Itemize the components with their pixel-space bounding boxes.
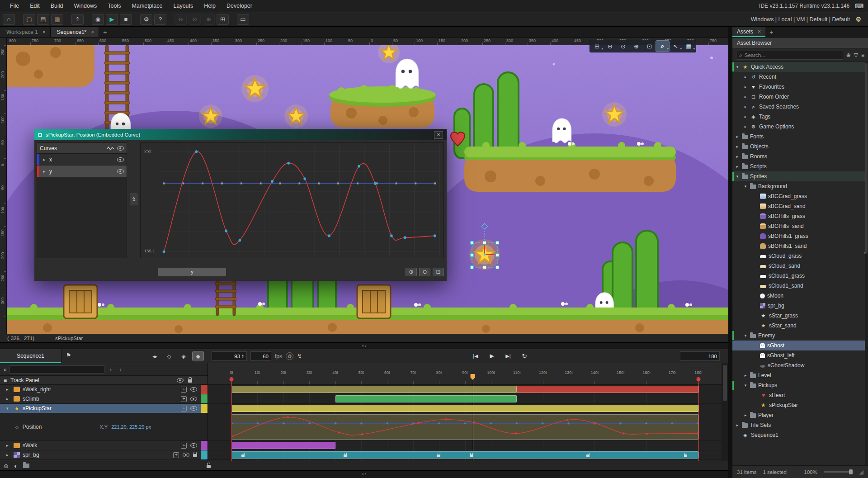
zoom-fit-icon[interactable]: ⊡ xyxy=(433,268,444,276)
prev-result-icon[interactable]: ‹ xyxy=(107,366,114,373)
tree-expander-icon[interactable] xyxy=(743,104,748,109)
add-tab-button[interactable]: + xyxy=(765,27,777,37)
timeline-bar[interactable] xyxy=(517,386,698,393)
region-end-marker[interactable] xyxy=(697,377,701,381)
add-parameter-button[interactable] xyxy=(181,396,187,402)
asset-tree-item[interactable]: sPickupStar xyxy=(732,400,868,410)
curve-graph-area[interactable]: 252 155.1 xyxy=(140,142,444,258)
sequence-tool-icon[interactable] xyxy=(164,351,175,361)
timeline-bar[interactable] xyxy=(231,442,335,449)
keyframe-icon[interactable]: ◇ xyxy=(15,425,19,430)
add-parameter-button[interactable] xyxy=(181,406,187,412)
position-curve[interactable] xyxy=(232,415,698,439)
add-asset-icon[interactable]: ⊕ xyxy=(846,52,851,58)
curve-editor-window[interactable]: sPickupStar: Position (Embedded Curve) ×… xyxy=(34,129,447,281)
chevron-down-icon[interactable]: ▾ xyxy=(6,406,11,411)
toolbar-button-icon[interactable] xyxy=(51,14,63,25)
playhead-line[interactable] xyxy=(473,379,474,461)
star-pickup[interactable] xyxy=(284,104,308,128)
menu-item[interactable]: Tools xyxy=(102,0,126,12)
close-icon[interactable] xyxy=(42,29,46,35)
eye-icon[interactable] xyxy=(190,443,197,448)
asset-tree-item[interactable]: Fonts xyxy=(732,132,868,142)
menu-item[interactable]: Build xyxy=(45,0,69,12)
timeline-bar[interactable] xyxy=(335,395,517,402)
canvas-toolbar-button-icon[interactable] xyxy=(617,41,630,52)
asset-tree-item[interactable]: sBGGrad_sand xyxy=(732,201,868,211)
lock-icon[interactable] xyxy=(188,379,192,383)
tree-expander-icon[interactable] xyxy=(735,423,740,427)
asset-tree-item[interactable]: Player xyxy=(732,410,868,420)
lock-icon[interactable] xyxy=(193,454,197,457)
canvas-toolbar-button-icon[interactable] xyxy=(656,41,669,52)
track-row-sclimb[interactable]: ▸ sClimb xyxy=(0,394,208,404)
eye-icon[interactable] xyxy=(183,453,189,457)
toolbar-button-icon[interactable] xyxy=(23,14,35,25)
toolbar-button-icon[interactable] xyxy=(175,14,187,25)
current-frame-input[interactable]: 93▲▼ xyxy=(212,351,247,361)
timeline-bar[interactable] xyxy=(231,386,517,393)
workspace-tab[interactable]: Workspace 1 xyxy=(0,27,51,37)
asset-tree-item[interactable]: sBGHills_sand xyxy=(732,221,868,231)
asset-tree-item[interactable]: Tags xyxy=(732,112,868,122)
menu-item[interactable]: File xyxy=(5,0,24,12)
close-icon[interactable]: × xyxy=(434,131,443,139)
zoom-slider[interactable] xyxy=(824,471,853,473)
menu-item[interactable]: Edit xyxy=(24,0,45,12)
toolbar-button-icon[interactable] xyxy=(106,14,118,25)
asset-tree-item[interactable]: Recent xyxy=(732,72,868,82)
toolbar-button-icon[interactable] xyxy=(71,14,84,25)
asset-tree-item[interactable]: Background xyxy=(732,181,868,191)
menu-icon[interactable]: ≡ xyxy=(861,52,864,58)
star-pickup[interactable] xyxy=(199,104,222,128)
toolbar-button-icon[interactable] xyxy=(237,14,249,25)
at-icon[interactable]: @ xyxy=(286,352,293,360)
crate[interactable] xyxy=(64,285,97,318)
eye-icon[interactable] xyxy=(190,397,197,401)
transport-button-icon[interactable] xyxy=(486,351,497,361)
transport-button-icon[interactable] xyxy=(519,351,530,361)
chevron-right-icon[interactable]: ▸ xyxy=(6,387,11,392)
sequence-tool-icon[interactable] xyxy=(178,351,189,361)
assets-scrollbar[interactable] xyxy=(865,62,868,466)
curve-window-titlebar[interactable]: sPickupStar: Position (Embedded Curve) × xyxy=(34,129,447,140)
add-parameter-button[interactable] xyxy=(173,452,179,458)
timeline-row-swalk[interactable] xyxy=(208,441,722,450)
tree-expander-icon[interactable] xyxy=(743,124,748,129)
curve-channel-x[interactable]: ▸ x xyxy=(37,154,127,166)
track-row-spickupstar[interactable]: ▾ sPickupStar xyxy=(0,404,208,413)
asset-tree-item[interactable]: Objects xyxy=(732,142,868,151)
assets-tab[interactable]: Assets xyxy=(732,27,765,37)
asset-tree-item[interactable]: sStar_sand xyxy=(732,321,868,331)
asset-tree-item[interactable]: Rooms xyxy=(732,151,868,161)
chevron-right-icon[interactable]: ▸ xyxy=(6,453,11,457)
frame-stepper[interactable]: ▲▼ xyxy=(241,354,244,359)
menu-item[interactable]: Developer xyxy=(221,0,258,12)
tree-expander-icon[interactable] xyxy=(735,65,740,69)
timeline-bar-locked[interactable] xyxy=(231,451,698,459)
add-parameter-button[interactable] xyxy=(181,387,187,393)
curve-channel-y[interactable]: ▸ y xyxy=(37,166,127,177)
lightning-icon[interactable]: ↯ xyxy=(297,353,302,360)
star-pickup[interactable] xyxy=(241,75,269,102)
asset-tree-item[interactable]: Level xyxy=(732,370,868,380)
resize-grip-icon[interactable]: ◢ xyxy=(859,469,863,475)
asset-tree-item[interactable]: sCloud1_grass xyxy=(732,271,868,281)
folder-icon[interactable] xyxy=(23,464,29,468)
transport-button-icon[interactable] xyxy=(503,351,514,361)
toolbar-button-icon[interactable] xyxy=(189,14,201,25)
chevron-right-icon[interactable]: ▸ xyxy=(42,169,47,174)
asset-tree-item[interactable]: sGhostShadow xyxy=(732,360,868,370)
asset-tree-item[interactable]: sBGHills1_grass xyxy=(732,231,868,241)
eye-icon[interactable] xyxy=(190,406,197,411)
lock-icon[interactable] xyxy=(207,465,211,468)
toolbar-button-icon[interactable] xyxy=(3,14,15,25)
tree-expander-icon[interactable] xyxy=(735,134,740,139)
flyout-chevron-icon[interactable]: » xyxy=(864,250,867,256)
panel-splitter[interactable]: ∨∨ xyxy=(0,342,728,349)
eye-icon[interactable] xyxy=(190,387,197,392)
bottom-splitter[interactable]: ∧∧ xyxy=(0,470,728,478)
keyboard-icon[interactable]: ⌨ xyxy=(855,3,863,9)
toolbar-button-icon[interactable] xyxy=(203,14,215,25)
asset-tree-item[interactable]: sBGHills_grass xyxy=(732,211,868,221)
